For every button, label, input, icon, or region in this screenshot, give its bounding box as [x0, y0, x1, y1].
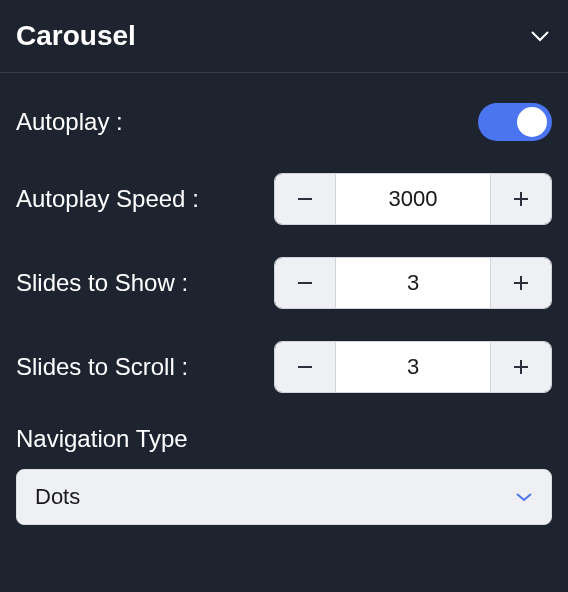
- navigation-type-value: Dots: [35, 484, 80, 510]
- decrement-button[interactable]: [275, 174, 335, 224]
- section-header[interactable]: Carousel: [0, 0, 568, 73]
- autoplay-label: Autoplay :: [16, 108, 123, 136]
- chevron-down-icon: [528, 24, 552, 48]
- navigation-type-label-block: Navigation Type: [16, 425, 552, 453]
- slides-to-scroll-row: Slides to Scroll : 3: [16, 341, 552, 393]
- slides-to-scroll-stepper: 3: [274, 341, 552, 393]
- section-title: Carousel: [16, 20, 136, 52]
- section-body: Autoplay : Autoplay Speed : 3000 Slides …: [0, 73, 568, 541]
- slides-to-show-stepper: 3: [274, 257, 552, 309]
- navigation-type-label: Navigation Type: [16, 425, 552, 453]
- autoplay-row: Autoplay :: [16, 103, 552, 141]
- slides-to-scroll-label: Slides to Scroll :: [16, 353, 188, 381]
- slides-to-show-label: Slides to Show :: [16, 269, 188, 297]
- slides-to-show-value[interactable]: 3: [335, 258, 491, 308]
- slides-to-show-row: Slides to Show : 3: [16, 257, 552, 309]
- autoplay-speed-value[interactable]: 3000: [335, 174, 491, 224]
- slides-to-scroll-value[interactable]: 3: [335, 342, 491, 392]
- navigation-type-select[interactable]: Dots: [16, 469, 552, 525]
- decrement-button[interactable]: [275, 342, 335, 392]
- increment-button[interactable]: [491, 174, 551, 224]
- decrement-button[interactable]: [275, 258, 335, 308]
- toggle-knob: [517, 107, 547, 137]
- autoplay-speed-stepper: 3000: [274, 173, 552, 225]
- autoplay-speed-row: Autoplay Speed : 3000: [16, 173, 552, 225]
- autoplay-toggle[interactable]: [478, 103, 552, 141]
- increment-button[interactable]: [491, 342, 551, 392]
- chevron-down-icon: [515, 488, 533, 506]
- increment-button[interactable]: [491, 258, 551, 308]
- autoplay-speed-label: Autoplay Speed :: [16, 185, 199, 213]
